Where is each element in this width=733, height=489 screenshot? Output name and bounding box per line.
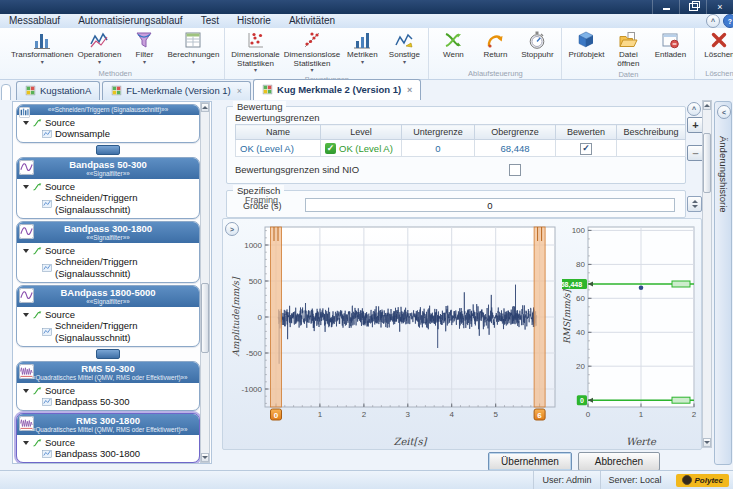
svg-text:6: 6 xyxy=(537,411,542,420)
collapse-ribbon-button[interactable]: ^ xyxy=(706,14,720,28)
source-icon xyxy=(32,438,42,448)
tab-fl-merkmale-version-1[interactable]: FL-Merkmale (Version 1)× xyxy=(102,81,251,100)
content-scrollbar[interactable] xyxy=(702,100,712,448)
help-button[interactable]: ? xyxy=(723,14,733,28)
node-source-row[interactable]: Source xyxy=(17,436,199,448)
scroll-down-button[interactable] xyxy=(201,453,209,462)
tab-kug-merkmale-2-version-1[interactable]: Kug Merkmale 2 (Version 1)× xyxy=(253,79,421,100)
scrollbar-thumb[interactable] xyxy=(201,283,209,353)
bewerten-checkbox[interactable]: ✓ xyxy=(580,143,592,155)
scroll-up-button[interactable] xyxy=(703,101,711,110)
cursor-band[interactable] xyxy=(534,227,545,407)
column-header-beschreibung[interactable]: Beschreibung xyxy=(617,125,686,140)
menu-aktivit-ten[interactable]: Aktivitäten xyxy=(280,14,344,28)
ribbon-button-transformationen[interactable]: Transformationen▾ xyxy=(9,29,75,66)
data-point[interactable] xyxy=(639,286,644,291)
ribbon-button-pr-fobjekt[interactable]: Prüfobjekt xyxy=(565,29,607,61)
restore-button[interactable] xyxy=(679,0,706,14)
node-source-row[interactable]: Source xyxy=(17,384,199,396)
menubar: MessablaufAutomatisierungsablaufTestHist… xyxy=(0,14,733,29)
node-input-schneiden-triggern-signalausschnitt[interactable]: Schneiden/Triggern (Signalausschnitt) xyxy=(17,192,199,216)
workflow-node-bandpass-50-300[interactable]: Bandpass 50-300««Signalfilter»»SourceSch… xyxy=(16,157,200,219)
ribbon-button-dimensionslose-statistiken[interactable]: Dimensionslose Statistiken▾ xyxy=(283,29,342,74)
limit-handle[interactable] xyxy=(672,281,690,287)
time-signal-chart[interactable]: 12345-1000-5000500100006Zeit[s]Amplitude… xyxy=(229,221,563,447)
close-tab-icon[interactable]: × xyxy=(407,86,412,94)
node-input-schneiden-triggern-signalausschnitt[interactable]: Schneiden/Triggern (Signalausschnitt) xyxy=(17,320,199,344)
node-connector xyxy=(96,349,120,359)
workflow-scrollbar[interactable] xyxy=(200,102,210,463)
minimize-button[interactable] xyxy=(652,0,679,14)
expander-icon[interactable] xyxy=(23,441,29,445)
ribbon-button-metriken[interactable]: Metriken▾ xyxy=(341,29,383,66)
ribbon-button-filter[interactable]: Filter▾ xyxy=(123,29,165,66)
close-button[interactable]: × xyxy=(706,0,733,14)
node-input-bandpass-50-300[interactable]: Bandpass 50-300 xyxy=(17,396,199,408)
ribbon-group-label: Methoden xyxy=(9,68,221,79)
column-header-bewerten[interactable]: Bewerten xyxy=(556,125,617,140)
menu-messablauf[interactable]: Messablauf xyxy=(0,14,69,28)
apply-button[interactable]: Übernehmen xyxy=(488,452,572,471)
size-spinner[interactable] xyxy=(687,196,702,212)
ribbon-button-wenn[interactable]: Wenn xyxy=(432,29,474,61)
aenderungshistorie-rail[interactable]: < Änderungshistorie xyxy=(714,101,732,465)
size-input[interactable] xyxy=(305,198,675,212)
limit-handle[interactable] xyxy=(672,397,690,403)
expander-icon[interactable] xyxy=(23,121,29,125)
node-source-row[interactable]: Source xyxy=(17,244,199,256)
menu-historie[interactable]: Historie xyxy=(228,14,280,28)
tab-kugstationa[interactable]: KugstationA xyxy=(16,81,100,100)
ribbon-button-operationen[interactable]: Operationen▾ xyxy=(75,29,123,66)
ribbon-button-sonstige[interactable]: Sonstige▾ xyxy=(383,29,425,66)
arrow-down-icon xyxy=(704,441,710,444)
workflow-node-schneiden-triggern-signalausschnitt[interactable]: ««Schneiden/Triggern (Signalausschnitt)»… xyxy=(16,104,200,143)
scroll-up-button[interactable] xyxy=(201,103,209,112)
expander-icon[interactable] xyxy=(23,249,29,253)
cell-level: ✓OK (Level A) xyxy=(321,140,402,157)
node-source-row[interactable]: Source xyxy=(17,180,199,192)
dropdown-arrow-icon: ▾ xyxy=(41,60,44,65)
table-row[interactable]: OK (Level A)✓OK (Level A)068,448✓ xyxy=(236,140,686,157)
spezifisch-group: Spezifisch Framing Größe (s) xyxy=(226,190,686,218)
ribbon-button-datei-ffnen[interactable]: Datei öffnen xyxy=(607,29,649,69)
scrollbar-thumb[interactable] xyxy=(703,133,711,193)
node-source-row[interactable]: Source xyxy=(17,116,199,128)
expander-icon[interactable] xyxy=(23,185,29,189)
expander-icon[interactable] xyxy=(23,389,29,393)
node-stereotype: ««Signalfilter»» xyxy=(19,234,197,242)
column-header-name[interactable]: Name xyxy=(236,125,321,140)
tab-label: KugstationA xyxy=(40,85,91,96)
node-input-bandpass-300-1800[interactable]: Bandpass 300-1800 xyxy=(17,448,199,460)
expand-history-button[interactable]: < xyxy=(717,105,731,119)
workflow-node-bandpass-1800-5000[interactable]: BAndpass 1800-5000««Signalfilter»»Source… xyxy=(16,285,200,347)
column-header-obergrenze[interactable]: Obergrenze xyxy=(475,125,556,140)
menu-test[interactable]: Test xyxy=(192,14,228,28)
operationen-icon xyxy=(89,30,109,50)
node-source-row[interactable]: Source xyxy=(17,308,199,320)
workflow-node-rms-300-1800[interactable]: RMS 300-1800««Quadratisches Mittel (QMW,… xyxy=(16,413,200,463)
node-title: Bandpass 300-1800 xyxy=(19,223,197,234)
column-header-level[interactable]: Level xyxy=(321,125,402,140)
scroll-down-button[interactable] xyxy=(703,438,711,447)
ribbon-button-l-schen[interactable]: Löschen xyxy=(698,29,733,61)
collapse-bewertung-button[interactable]: ^ xyxy=(687,102,701,116)
ribbon-button-entladen[interactable]: Entladen xyxy=(649,29,691,61)
node-input-downsample[interactable]: Downsample xyxy=(17,128,199,140)
menu-automatisierungsablauf[interactable]: Automatisierungsablauf xyxy=(69,14,192,28)
tab-icon xyxy=(262,84,273,95)
ribbon-button-berechnungen[interactable]: Berechnungen▾ xyxy=(165,29,221,66)
nio-checkbox[interactable] xyxy=(509,164,521,176)
spinner-down-icon xyxy=(692,205,698,208)
workflow-node-bandpass-300-1800[interactable]: Bandpass 300-1800««Signalfilter»»SourceS… xyxy=(16,221,200,283)
ribbon-button-stoppuhr[interactable]: Stoppuhr xyxy=(516,29,558,61)
workflow-node-rms-50-300[interactable]: RMS 50-300««Quadratisches Mittel (QMW, R… xyxy=(16,361,200,411)
cancel-button[interactable]: Abbrechen xyxy=(578,452,660,471)
column-header-untergrenze[interactable]: Untergrenze xyxy=(402,125,475,140)
cursor-band[interactable] xyxy=(271,227,282,407)
expander-icon[interactable] xyxy=(23,313,29,317)
close-tab-icon[interactable]: × xyxy=(237,87,242,95)
ribbon-button-dimensionale-statistiken[interactable]: Dimensionale Statistiken▾ xyxy=(228,29,282,74)
rms-limits-chart[interactable]: 02040608010001268,4480WerteRMS[mm/s] xyxy=(562,221,700,447)
node-input-schneiden-triggern-signalausschnitt[interactable]: Schneiden/Triggern (Signalausschnitt) xyxy=(17,256,199,280)
ribbon-button-return[interactable]: Return xyxy=(474,29,516,61)
